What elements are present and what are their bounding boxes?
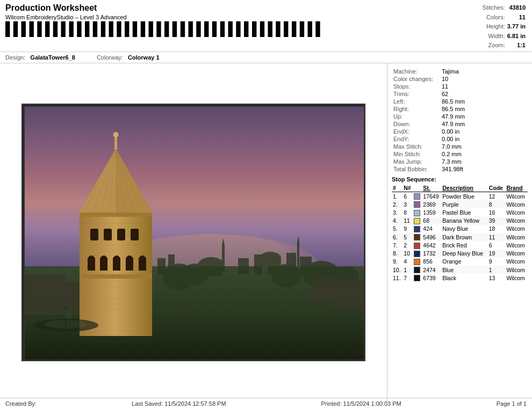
col-st: St.: [422, 184, 441, 192]
row-description: Deep Navy Blue: [441, 250, 487, 258]
right-value: 86.5 mm: [440, 105, 528, 113]
max-jump-value: 7.3 mm: [440, 158, 528, 165]
trims-value: 62: [440, 90, 528, 98]
row-n: 2: [402, 241, 413, 249]
row-code: 19: [488, 250, 506, 258]
row-st: 6739: [422, 274, 441, 282]
row-description: Blue: [441, 266, 487, 274]
row-n: 3: [402, 200, 413, 208]
color-changes-label: Color changes:: [392, 75, 440, 83]
row-num: 10.: [392, 266, 402, 274]
min-stitch-label: Min Stitch:: [392, 150, 440, 158]
width-value: 6.81 in: [506, 32, 527, 41]
row-description: Pastel Blue: [441, 208, 487, 216]
svg-rect-46: [80, 274, 152, 279]
row-num: 8.: [392, 250, 402, 258]
row-st: 5496: [422, 233, 441, 241]
colorway-value: Colorway 1: [128, 54, 160, 61]
svg-rect-45: [131, 229, 139, 240]
table-row: 1. 6 17649 Powder Blue 12 Wilcom: [392, 192, 528, 200]
last-saved: Last Saved: 11/5/2024 12:57:58 PM: [132, 400, 226, 407]
stitches-value: 43810: [506, 3, 527, 13]
row-brand: Wilcom: [505, 266, 528, 274]
color-swatch-icon: [414, 243, 420, 249]
row-brand: Wilcom: [505, 200, 528, 208]
embroidery-frame: [21, 104, 365, 361]
row-num: 1.: [392, 192, 402, 200]
trims-label: Trims:: [392, 90, 440, 98]
software-name: Wilcom EmbroideryStudio – Level 3 Advanc…: [5, 14, 481, 20]
row-st: 424: [422, 225, 441, 233]
svg-point-24: [182, 264, 209, 285]
table-row: 7. 2 4642 Brick Red 6 Wilcom: [392, 241, 528, 249]
max-stitch-value: 7.0 mm: [440, 143, 528, 150]
row-num: 3.: [392, 208, 402, 216]
table-row: 6. 5 5496 Dark Brown 11 Wilcom: [392, 233, 528, 241]
colorway-label: Colorway:: [97, 54, 123, 61]
table-row: 9. 4 856 Orange 9 Wilcom: [392, 258, 528, 266]
row-code: 18: [488, 225, 506, 233]
row-n: 8: [402, 208, 413, 216]
svg-rect-20: [261, 258, 279, 266]
row-swatch: [413, 200, 422, 208]
row-swatch: [413, 233, 422, 241]
row-n: 4: [402, 258, 413, 266]
row-code: 11: [488, 233, 506, 241]
design-value: GalataTower6_8: [30, 54, 75, 61]
stop-sequence-table: # N# St. Description Code Brand 1. 6 176…: [392, 184, 528, 282]
row-description: Purple: [441, 200, 487, 208]
color-swatch-icon: [414, 259, 420, 265]
row-num: 9.: [392, 258, 402, 266]
embroidery-svg: [23, 105, 365, 361]
row-code: 1: [488, 266, 506, 274]
main-content: Machine: Tajima Color changes: 10 Stops:…: [0, 63, 532, 401]
colors-label: Colors:: [481, 13, 506, 23]
row-brand: Wilcom: [505, 241, 528, 249]
svg-point-25: [271, 264, 301, 288]
info-panel: Machine: Tajima Color changes: 10 Stops:…: [387, 63, 532, 401]
height-value: 3.77 in: [506, 22, 527, 32]
row-code: 12: [488, 192, 506, 200]
printed: Printed: 11/5/2024 1:00:03 PM: [321, 400, 401, 407]
row-st: 2369: [422, 200, 441, 208]
row-swatch: [413, 208, 422, 216]
width-label: Width:: [481, 32, 506, 41]
svg-rect-43: [104, 229, 112, 240]
row-n: 11: [402, 217, 413, 225]
row-description: Powder Blue: [441, 192, 487, 200]
stitches-label: Stitches:: [481, 3, 506, 13]
row-swatch: [413, 266, 422, 274]
row-brand: Wilcom: [505, 233, 528, 241]
document-title: Production Worksheet: [5, 3, 481, 13]
design-field: Design: GalataTower6_8: [5, 54, 75, 61]
color-swatch-icon: [414, 275, 420, 281]
table-row: 8. 10 1732 Deep Navy Blue 19 Wilcom: [392, 250, 528, 258]
color-swatch-icon: [414, 193, 420, 200]
color-swatch-icon: [414, 251, 420, 257]
row-st: 1359: [422, 208, 441, 216]
table-row: 5. 9 424 Navy Blue 18 Wilcom: [392, 225, 528, 233]
color-swatch-icon: [414, 267, 420, 273]
svg-rect-12: [222, 245, 225, 272]
up-value: 47.9 mm: [440, 113, 528, 120]
color-swatch-icon: [414, 234, 420, 240]
min-stitch-value: 0.2 mm: [440, 150, 528, 158]
row-description: Black: [441, 274, 487, 282]
colors-value: 11: [506, 13, 527, 23]
table-row: 3. 8 1359 Pastel Blue 16 Wilcom: [392, 208, 528, 216]
down-label: Down:: [392, 120, 440, 128]
row-code: 6: [488, 241, 506, 249]
svg-rect-42: [90, 229, 98, 240]
image-area: [0, 63, 387, 401]
row-n: 10: [402, 250, 413, 258]
svg-rect-29: [23, 274, 66, 298]
col-description: Description: [441, 184, 487, 192]
colorway-field: Colorway: Colorway 1: [97, 54, 160, 61]
svg-rect-31: [313, 277, 340, 301]
row-n: 1: [402, 266, 413, 274]
row-st: 68: [422, 217, 441, 225]
right-label: Right:: [392, 105, 440, 113]
row-st: 2474: [422, 266, 441, 274]
row-num: 6.: [392, 233, 402, 241]
svg-rect-44: [117, 229, 125, 240]
